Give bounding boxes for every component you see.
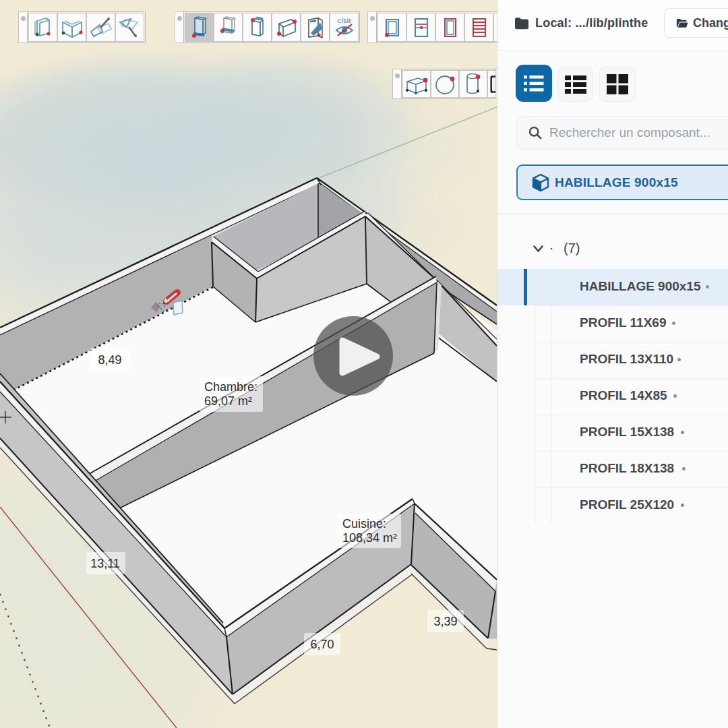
svg-text:3,39: 3,39 — [433, 615, 457, 628]
svg-text:69,07 m²: 69,07 m² — [204, 394, 252, 408]
svg-text:Chambre:: Chambre: — [204, 380, 257, 394]
svg-text:8,49: 8,49 — [98, 353, 121, 367]
svg-text:6,70: 6,70 — [310, 638, 334, 651]
svg-text:C/$/£: C/$/£ — [337, 18, 352, 24]
svg-text:108,34 m²: 108,34 m² — [342, 531, 397, 545]
svg-text:13,11: 13,11 — [90, 557, 120, 570]
svg-text:Cuisine:: Cuisine: — [342, 517, 386, 530]
